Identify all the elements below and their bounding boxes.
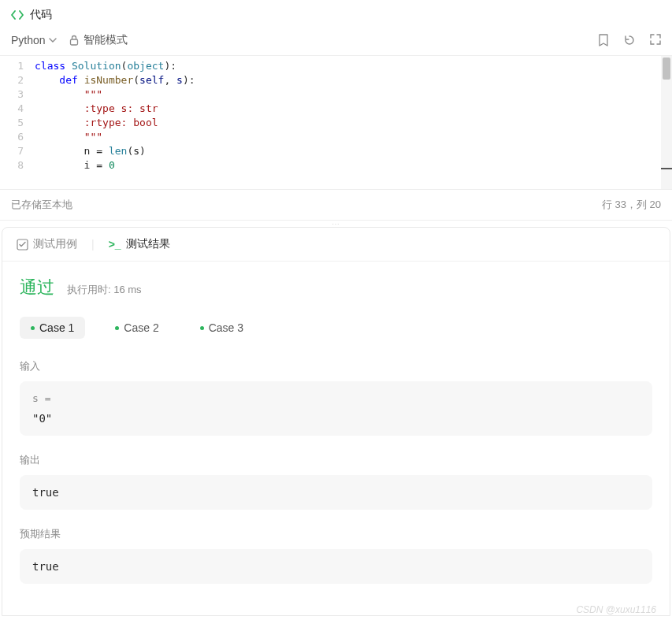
code-editor[interactable]: 12345678 class Solution(object): def isN…	[0, 56, 672, 190]
terminal-icon: >_	[109, 238, 121, 251]
reset-icon[interactable]	[623, 34, 636, 46]
mode-label: 智能模式	[84, 33, 128, 47]
results-panel: 测试用例 | >_ 测试结果 通过 执行用时: 16 ms Case 1Case…	[2, 227, 670, 616]
svg-rect-0	[70, 39, 77, 45]
bookmark-icon[interactable]	[598, 34, 609, 46]
output-box: true	[20, 475, 652, 510]
tab-testcase-label: 测试用例	[33, 237, 77, 251]
mode-indicator[interactable]: 智能模式	[69, 33, 128, 47]
status-dot	[115, 326, 119, 330]
cursor-position: 行 33，列 20	[602, 198, 661, 212]
input-label: 输入	[20, 359, 652, 373]
code-content[interactable]: class Solution(object): def isNumber(sel…	[35, 59, 672, 173]
case-tab-2[interactable]: Case 2	[104, 317, 169, 339]
case-tab-label: Case 3	[209, 321, 243, 334]
runtime-text: 执行用时: 16 ms	[67, 283, 142, 297]
editor-marker	[661, 168, 672, 169]
input-var: s =	[32, 392, 640, 404]
expected-box: true	[20, 549, 652, 584]
output-label: 输出	[20, 453, 652, 467]
case-tab-1[interactable]: Case 1	[20, 317, 85, 339]
case-tab-label: Case 1	[39, 321, 74, 334]
chevron-down-icon	[49, 36, 57, 44]
lock-icon	[69, 35, 79, 46]
status-dot	[200, 326, 204, 330]
line-gutter: 12345678	[0, 59, 35, 173]
language-selector[interactable]: Python	[11, 34, 57, 46]
watermark: CSDN @xuxu1116	[576, 604, 656, 615]
result-tabs: 测试用例 | >_ 测试结果	[2, 228, 670, 262]
resize-handle[interactable]: ⋯	[0, 221, 672, 227]
code-icon	[11, 9, 24, 21]
case-tab-3[interactable]: Case 3	[189, 317, 254, 339]
case-tabs: Case 1Case 2Case 3	[20, 317, 652, 339]
expected-label: 预期结果	[20, 527, 652, 541]
status-dot	[31, 326, 35, 330]
case-tab-label: Case 2	[124, 321, 158, 334]
editor-status-bar: 已存储至本地 行 33，列 20	[0, 190, 672, 221]
tab-separator: |	[91, 238, 95, 251]
result-body: 通过 执行用时: 16 ms Case 1Case 2Case 3 输入 s =…	[2, 262, 670, 615]
expected-value: true	[32, 560, 640, 573]
result-status: 通过	[20, 276, 54, 299]
tab-result-label: 测试结果	[126, 237, 170, 251]
fullscreen-icon[interactable]	[650, 34, 661, 46]
editor-toolbar: Python 智能模式	[0, 28, 672, 56]
input-value: "0"	[32, 412, 640, 425]
scrollbar-thumb[interactable]	[663, 58, 670, 80]
save-status: 已存储至本地	[11, 198, 72, 212]
output-value: true	[32, 486, 640, 499]
panel-title: 代码	[30, 8, 52, 22]
toolbar-actions	[598, 34, 661, 46]
panel-header: 代码	[0, 0, 672, 28]
tab-result[interactable]: >_ 测试结果	[109, 237, 170, 251]
language-label: Python	[11, 34, 46, 46]
tab-testcase[interactable]: 测试用例	[17, 237, 77, 251]
checklist-icon	[17, 239, 28, 251]
input-box: s = "0"	[20, 381, 652, 436]
